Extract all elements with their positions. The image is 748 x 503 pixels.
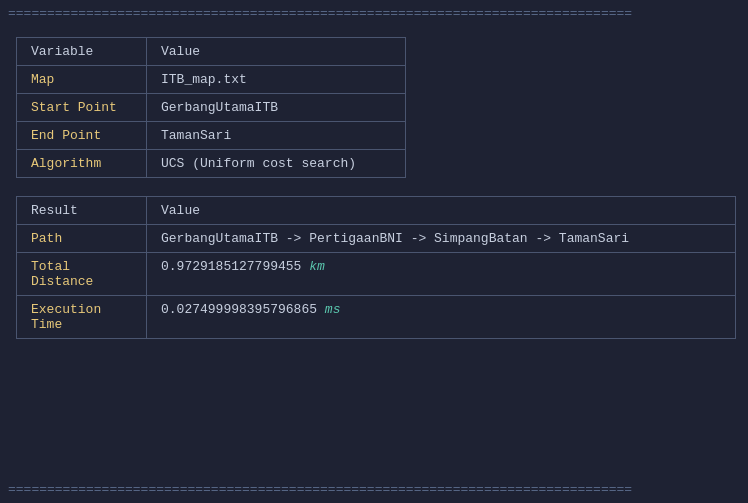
execution-row: Execution Time 0.027499998395796865 ms [17, 296, 736, 339]
row-label: End Point [17, 122, 147, 150]
value-header: Value [147, 38, 406, 66]
table-header-row: Variable Value [17, 38, 406, 66]
row-value: GerbangUtamaITB [147, 94, 406, 122]
row-label: Map [17, 66, 147, 94]
distance-label: Total Distance [17, 253, 147, 296]
variable-header: Variable [17, 38, 147, 66]
value-header2: Value [147, 197, 736, 225]
table-row: Algorithm UCS (Uniform cost search) [17, 150, 406, 178]
row-value: ITB_map.txt [147, 66, 406, 94]
path-row: Path GerbangUtamaITB -> PertigaanBNI -> … [17, 225, 736, 253]
execution-number: 0.027499998395796865 [161, 302, 317, 317]
table-row: End Point TamanSari [17, 122, 406, 150]
distance-unit: km [301, 259, 324, 274]
table-row: Start Point GerbangUtamaITB [17, 94, 406, 122]
row-label: Start Point [17, 94, 147, 122]
execution-value: 0.027499998395796865 ms [147, 296, 736, 339]
distance-number: 0.9729185127799455 [161, 259, 301, 274]
bottom-separator: ========================================… [0, 476, 748, 503]
table-row: Map ITB_map.txt [17, 66, 406, 94]
execution-unit: ms [317, 302, 340, 317]
path-value: GerbangUtamaITB -> PertigaanBNI -> Simpa… [147, 225, 736, 253]
input-params-table: Variable Value Map ITB_map.txt Start Poi… [16, 37, 406, 178]
row-label: Algorithm [17, 150, 147, 178]
top-separator: ========================================… [0, 0, 748, 27]
path-label: Path [17, 225, 147, 253]
execution-label: Execution Time [17, 296, 147, 339]
result-header: Result [17, 197, 147, 225]
result-header-row: Result Value [17, 197, 736, 225]
distance-row: Total Distance 0.9729185127799455 km [17, 253, 736, 296]
row-value: TamanSari [147, 122, 406, 150]
result-table: Result Value Path GerbangUtamaITB -> Per… [16, 196, 736, 339]
distance-value: 0.9729185127799455 km [147, 253, 736, 296]
row-value: UCS (Uniform cost search) [147, 150, 406, 178]
